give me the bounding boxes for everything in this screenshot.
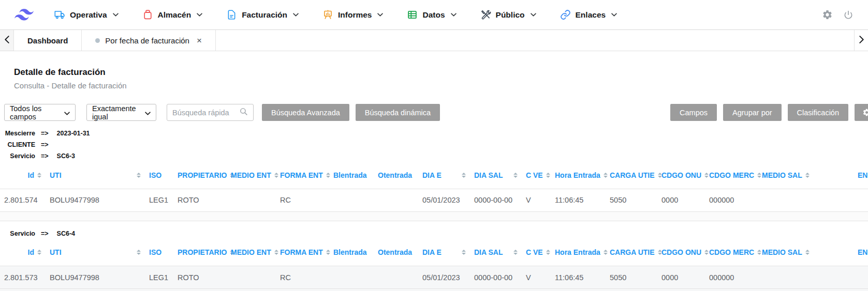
- column-header-c-ve[interactable]: C VE: [522, 239, 551, 266]
- column-header-cdgo-onu[interactable]: CDGO ONU: [657, 239, 705, 266]
- menu-item-informes[interactable]: Informes: [322, 9, 383, 20]
- tab-dashboard[interactable]: Dashboard: [14, 30, 82, 51]
- column-header-uti[interactable]: UTI: [46, 162, 145, 189]
- menu-item-operativa[interactable]: Operativa: [54, 9, 119, 20]
- chevron-right-icon: [859, 36, 864, 45]
- table-settings-button[interactable]: [855, 104, 868, 121]
- power-icon[interactable]: [843, 10, 854, 20]
- table-row[interactable]: 2.801.573BOLU9477998LEG1ROTORC05/01/2023…: [0, 266, 868, 289]
- column-header-id[interactable]: Id: [0, 162, 46, 189]
- cell-uti: BOLU9477998: [46, 189, 145, 211]
- cell-iso: LEG1: [145, 189, 173, 211]
- column-header-hora-entrada[interactable]: Hora Entrada: [551, 162, 606, 189]
- settings-gear-icon[interactable]: [822, 9, 833, 20]
- column-header-medio-sal[interactable]: MEDIO SAL: [758, 162, 854, 189]
- group-header-servicio-sc6-4: Servicio => SC6-4: [0, 228, 868, 239]
- column-header-uti[interactable]: UTI: [46, 239, 145, 266]
- search-icon[interactable]: [239, 107, 248, 118]
- column-label: C VE: [526, 171, 543, 179]
- column-header-hora-entrada[interactable]: Hora Entrada: [551, 239, 606, 266]
- bottom-filler: [0, 289, 868, 291]
- column-header-dia-sal[interactable]: DIA SAL: [470, 239, 522, 266]
- main-menu: Operativa Almacén Facturación: [54, 9, 617, 20]
- tools-icon: [480, 9, 491, 20]
- cell-id: 2.801.573: [0, 266, 46, 289]
- chevron-down-icon: [611, 13, 617, 17]
- cell-en: [854, 266, 868, 289]
- table-icon: [407, 9, 418, 20]
- column-header-blentrada[interactable]: Blentrada: [329, 239, 374, 266]
- column-header-medio-ent[interactable]: MEDIO ENT: [227, 239, 276, 266]
- column-header-c-ve[interactable]: C VE: [522, 162, 551, 189]
- column-header-en[interactable]: EN: [854, 239, 868, 266]
- group-label: Servicio: [4, 152, 35, 160]
- column-header-cdgo-onu[interactable]: CDGO ONU: [657, 162, 705, 189]
- operator-select[interactable]: Exactamente igual: [86, 104, 156, 121]
- menu-item-datos[interactable]: Datos: [407, 9, 456, 20]
- presentation-chart-icon: [322, 9, 333, 20]
- sorting-button[interactable]: Clasificación: [788, 104, 848, 121]
- table-row[interactable]: 2.801.574BOLU9477998LEG1ROTORC05/01/2023…: [0, 189, 868, 211]
- menu-item-facturacion[interactable]: Facturación: [226, 9, 299, 20]
- column-label: CARGA UTIE: [610, 248, 655, 256]
- filter-label: Mescierre: [4, 130, 35, 137]
- menu-item-almacen[interactable]: Almacén: [142, 9, 203, 20]
- column-label: CDGO MERC: [709, 171, 754, 179]
- column-header-medio-sal[interactable]: MEDIO SAL: [758, 239, 854, 266]
- cell-dia-sal: 0000-00-00: [470, 266, 522, 289]
- column-header-dia-e[interactable]: DIA E: [418, 239, 470, 266]
- dynamic-search-button[interactable]: Búsqueda dinámica: [356, 104, 440, 121]
- column-header-otentrada[interactable]: Otentrada: [374, 239, 418, 266]
- tab-por-fecha-de-facturacion[interactable]: Por fecha de facturación ×: [82, 30, 216, 51]
- cell-forma-ent: RC: [276, 189, 329, 211]
- column-label: ISO: [149, 171, 161, 179]
- column-header-en[interactable]: EN: [854, 162, 868, 189]
- column-header-forma-ent[interactable]: FORMA ENT: [276, 162, 329, 189]
- column-header-iso[interactable]: ISO: [145, 239, 173, 266]
- column-header-carga-utie[interactable]: CARGA UTIE: [606, 162, 657, 189]
- column-header-cdgo-merc[interactable]: CDGO MERC: [705, 239, 758, 266]
- fields-button[interactable]: Campos: [670, 104, 717, 121]
- column-header-forma-ent[interactable]: FORMA ENT: [276, 239, 329, 266]
- column-header-propietario[interactable]: PROPIETARIO: [173, 239, 227, 266]
- column-label: Hora Entrada: [555, 171, 600, 179]
- cell-uti: BOLU9477998: [46, 266, 145, 289]
- close-icon[interactable]: ×: [197, 36, 202, 45]
- column-header-id[interactable]: Id: [0, 239, 46, 266]
- tabs-scroll-right-button[interactable]: [854, 30, 868, 51]
- column-header-otentrada[interactable]: Otentrada: [374, 162, 418, 189]
- column-header-blentrada[interactable]: Blentrada: [329, 162, 374, 189]
- menu-item-enlaces[interactable]: Enlaces: [560, 9, 617, 20]
- menu-item-publico[interactable]: Público: [480, 9, 536, 20]
- chevron-down-icon: [377, 13, 383, 17]
- column-header-dia-sal[interactable]: DIA SAL: [470, 162, 522, 189]
- menu-item-label: Público: [496, 10, 525, 20]
- column-header-propietario[interactable]: PROPIETARIO: [173, 162, 227, 189]
- column-label: CDGO ONU: [661, 248, 701, 256]
- group-by-button[interactable]: Agrupar por: [723, 104, 782, 121]
- field-select[interactable]: Todos los campos: [4, 104, 76, 121]
- main-content: Detalle de facturación Consulta - Detall…: [0, 67, 868, 291]
- column-header-medio-ent[interactable]: MEDIO ENT: [227, 162, 276, 189]
- sort-icon: [805, 250, 810, 255]
- column-label: DIA E: [422, 171, 442, 179]
- advanced-search-button[interactable]: Búsqueda Avanzada: [262, 104, 349, 121]
- tabs-scroll-left-button[interactable]: [0, 30, 14, 51]
- column-label: Id: [28, 171, 34, 179]
- column-header-dia-e[interactable]: DIA E: [418, 162, 470, 189]
- column-label: EN: [858, 171, 867, 179]
- app-logo[interactable]: [14, 9, 34, 21]
- quick-search-input[interactable]: [172, 109, 239, 117]
- sort-icon: [757, 173, 761, 178]
- column-header-iso[interactable]: ISO: [145, 162, 173, 189]
- cell-en: [854, 189, 868, 211]
- table-config-buttons: Campos Agrupar por Clasificación: [670, 104, 868, 121]
- column-header-carga-utie[interactable]: CARGA UTIE: [606, 239, 657, 266]
- column-header-cdgo-merc[interactable]: CDGO MERC: [705, 162, 758, 189]
- cell-cdgo-onu: 0000: [657, 266, 705, 289]
- column-label: FORMA ENT: [280, 248, 323, 256]
- column-label: MEDIO ENT: [231, 248, 271, 256]
- chevron-down-icon: [145, 109, 151, 117]
- column-label: MEDIO SAL: [762, 171, 802, 179]
- group-operator: =>: [41, 152, 49, 160]
